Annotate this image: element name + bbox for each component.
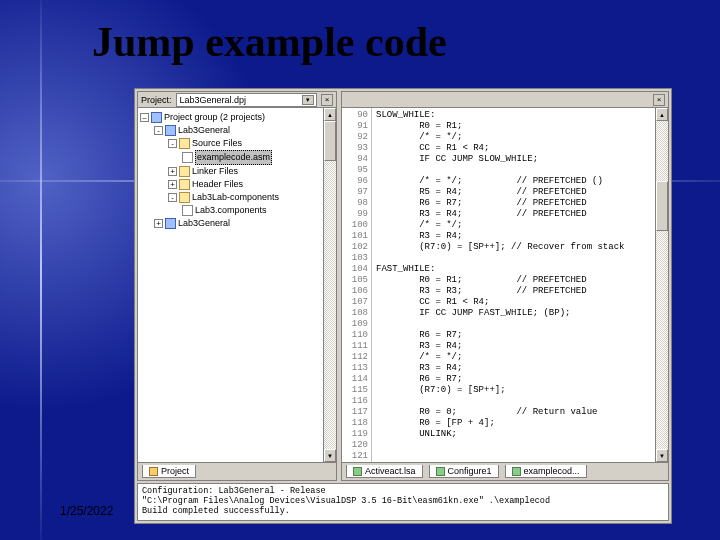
editor-tab[interactable]: Activeact.lsa — [346, 465, 423, 478]
output-line: "C:\Program Files\Analog Devices\VisualD… — [142, 496, 664, 506]
close-icon[interactable]: × — [653, 94, 665, 106]
project-dropdown-value: Lab3General.dpj — [180, 95, 247, 105]
editor-tab[interactable]: Configure1 — [429, 465, 499, 478]
code-scrollbar[interactable]: ▲ ▼ — [655, 108, 668, 462]
project-tab[interactable]: Project — [142, 465, 196, 478]
tree-item[interactable]: - Lab3Lab-components — [140, 191, 321, 204]
scroll-thumb[interactable] — [324, 121, 336, 161]
tree-root[interactable]: – Project group (2 projects) — [140, 111, 321, 124]
code-pane-header: × — [342, 92, 668, 108]
scroll-thumb[interactable] — [656, 181, 668, 231]
file-icon — [512, 467, 521, 476]
tree-item[interactable]: + Header Files — [140, 178, 321, 191]
file-icon — [436, 467, 445, 476]
file-icon — [353, 467, 362, 476]
editor-tab[interactable]: examplecod... — [505, 465, 587, 478]
ide-window: Project: Lab3General.dpj × – Project gro… — [134, 88, 672, 524]
project-dropdown[interactable]: Lab3General.dpj — [176, 93, 317, 107]
scroll-down-icon[interactable]: ▼ — [656, 449, 668, 462]
close-icon[interactable]: × — [321, 94, 333, 106]
scroll-up-icon[interactable]: ▲ — [656, 108, 668, 121]
project-pane-header: Project: Lab3General.dpj × — [138, 92, 336, 108]
scroll-down-icon[interactable]: ▼ — [324, 449, 336, 462]
editor-tabs: Activeact.lsa Configure1 examplecod... — [342, 462, 668, 480]
tree-item[interactable]: + Linker Files — [140, 165, 321, 178]
tree-item[interactable]: Lab3.components — [140, 204, 321, 217]
project-header-label: Project: — [141, 95, 172, 105]
tree-item[interactable]: + Lab3General — [140, 217, 321, 230]
output-line: Configuration: Lab3General - Release — [142, 486, 664, 496]
output-line: Build completed successfully. — [142, 506, 664, 516]
project-pane: Project: Lab3General.dpj × – Project gro… — [137, 91, 337, 481]
slide-date: 1/25/2022 — [60, 504, 113, 518]
code-editor[interactable]: SLOW_WHILE: R0 = R1; /* = */; CC = R1 < … — [372, 108, 655, 462]
tree-item-selected[interactable]: examplecode.asm — [140, 150, 321, 165]
tree-item[interactable]: - Lab3General — [140, 124, 321, 137]
project-tree[interactable]: – Project group (2 projects) - Lab3Gener… — [138, 108, 323, 462]
line-gutter: 90 91 92 93 94 95 96 97 98 99 100 101 10… — [342, 108, 372, 462]
output-pane: Configuration: Lab3General - Release "C:… — [137, 483, 669, 521]
project-scrollbar[interactable]: ▲ ▼ — [323, 108, 336, 462]
scroll-up-icon[interactable]: ▲ — [324, 108, 336, 121]
code-pane: × 90 91 92 93 94 95 96 97 98 99 100 101 … — [341, 91, 669, 481]
project-tab-icon — [149, 467, 158, 476]
tree-item[interactable]: - Source Files — [140, 137, 321, 150]
slide-title: Jump example code — [92, 18, 447, 66]
project-tabs: Project — [138, 462, 336, 480]
